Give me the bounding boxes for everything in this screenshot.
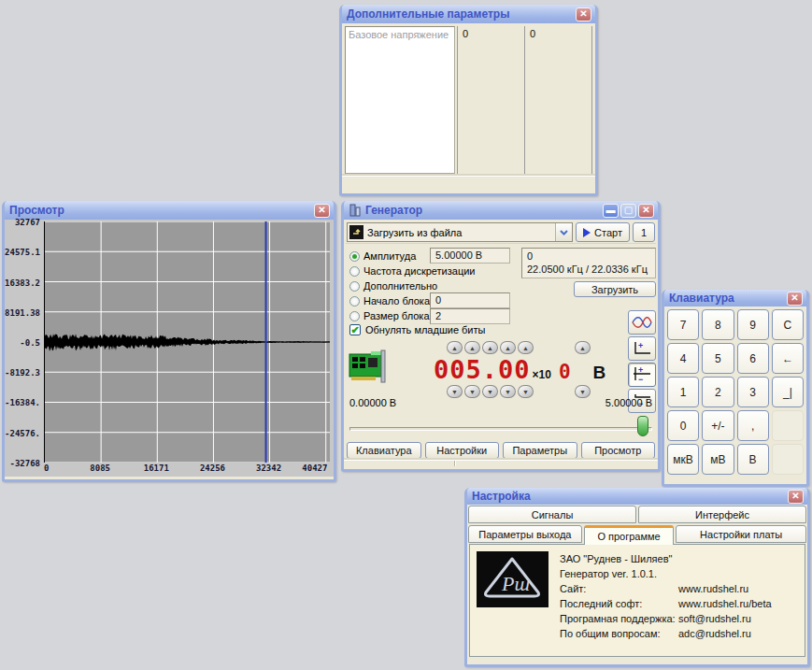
generator-client: Загрузить из файла Старт 1 АмплитудаЧаст…: [344, 220, 658, 466]
generator-bottom-buttons: КлавиатураНастройкиПараметрыПросмотр: [346, 442, 656, 459]
viewer-title: Просмотр: [9, 204, 64, 217]
amplitude-slider-track[interactable]: [349, 427, 652, 431]
keypad-key-8[interactable]: 8: [702, 309, 734, 340]
spinner-down-digit[interactable]: ▼: [447, 385, 463, 398]
plot-y-axis-labels: 3276724575.116383.28191.38-0.5-8192.3-16…: [5, 221, 43, 463]
keypad-key-6[interactable]: 6: [737, 343, 769, 374]
tab-Параметры выхода[interactable]: Параметры выхода: [468, 525, 582, 543]
keypad-key-3[interactable]: 3: [737, 377, 769, 407]
keypad-key-2[interactable]: 2: [702, 377, 734, 407]
spinner-up-digit[interactable]: ▲: [482, 341, 498, 354]
about-text: ЗАО "Руднев - Шиляев" Генератор ver. 1.0…: [560, 551, 798, 649]
spinner-down-digit[interactable]: ▼: [518, 385, 534, 398]
button-просмотр[interactable]: Просмотр: [581, 442, 656, 459]
keypad-key-мВ[interactable]: мВ: [702, 444, 734, 475]
keypad-key-_|[interactable]: _|: [772, 377, 804, 407]
amplitude-slider-thumb[interactable]: [637, 416, 648, 436]
keypad-key-+/-[interactable]: +/-: [702, 410, 734, 441]
minimize-icon[interactable]: ▬: [603, 204, 619, 218]
tab-Настройки платы[interactable]: Настройки платы: [676, 525, 806, 543]
about-value[interactable]: www.rudshel.ru/beta: [678, 598, 798, 609]
unipolar-positive-button[interactable]: +: [628, 336, 656, 361]
amplitude-digital-display: ▲▲▲▲▲▲ 005.00 ×10 0 В ▼▼▼▼▼▼: [434, 341, 624, 398]
button-параметры[interactable]: Параметры: [503, 442, 577, 459]
keypad-key-мкВ[interactable]: мкВ: [667, 444, 699, 475]
about-value[interactable]: adc@rudshel.ru: [678, 628, 798, 639]
spinner-down-exponent[interactable]: ▼: [575, 385, 591, 398]
y-tick-label: -32768: [9, 459, 40, 468]
close-icon[interactable]: ✕: [787, 292, 803, 306]
radio-label: Амплитуда: [363, 250, 416, 262]
extra-params-listbox[interactable]: Базовое напряжение: [345, 26, 455, 174]
about-contact-rows: Сайт:www.rudshel.ruПоследний софт:www.ru…: [560, 581, 798, 641]
amplitude-field[interactable]: 5.00000 В: [430, 248, 510, 264]
start-button-label: Старт: [594, 227, 622, 238]
maximize-icon[interactable]: ▢: [620, 204, 636, 218]
close-icon[interactable]: ✕: [576, 7, 591, 21]
block-start-field[interactable]: 0: [430, 292, 510, 308]
viewer-titlebar[interactable]: Просмотр ✕: [5, 201, 334, 220]
extra-params-titlebar[interactable]: Дополнительные параметры ✕: [342, 5, 595, 23]
axis-plus-icon: +: [632, 340, 652, 357]
block-size-field[interactable]: 2: [430, 308, 510, 324]
axis-plus-minus-icon: + −: [632, 365, 652, 384]
range-max-label: 5.00000 В: [605, 397, 652, 408]
close-icon[interactable]: ✕: [788, 490, 804, 504]
spinner-up-exponent[interactable]: ▲: [575, 341, 591, 354]
radio-label: Дополнительно: [363, 280, 437, 292]
about-label: Програмная поддержка:: [560, 613, 678, 624]
radio-1[interactable]: Частота дискретизации: [349, 264, 476, 278]
keypad-key-0[interactable]: 0: [667, 410, 699, 441]
keypad-blank: [772, 444, 804, 475]
spinner-up-digit[interactable]: ▲: [518, 341, 534, 354]
load-button[interactable]: Загрузить: [574, 281, 656, 297]
spinner-down-digit[interactable]: ▼: [464, 385, 480, 398]
keypad-key-←[interactable]: ←: [772, 343, 804, 374]
waveform-mode-button[interactable]: [628, 310, 656, 335]
keypad-key-1[interactable]: 1: [667, 377, 699, 407]
list-item[interactable]: Базовое напряжение: [349, 29, 451, 40]
digit-down-spinners: ▼▼▼▼▼▼: [434, 385, 624, 398]
zero-lsb-checkbox[interactable]: ✔ Обнулять младшие биты: [349, 324, 485, 335]
about-value[interactable]: soft@rudshel.ru: [678, 613, 798, 624]
channel-button[interactable]: 1: [633, 222, 655, 242]
svg-text:+: +: [638, 365, 643, 375]
keypad-key-5[interactable]: 5: [702, 343, 734, 374]
chevron-down-icon[interactable]: [555, 223, 572, 241]
signal-source-combobox[interactable]: Загрузить из файла: [347, 222, 573, 242]
close-icon[interactable]: ✕: [638, 204, 654, 218]
combobox-value: Загрузить из файла: [367, 227, 462, 238]
spinner-down-digit[interactable]: ▼: [482, 385, 498, 398]
start-button[interactable]: Старт: [576, 222, 630, 242]
keypad-key-В[interactable]: В: [737, 444, 769, 475]
keypad-key-C[interactable]: C: [772, 309, 804, 340]
radio-label: Частота дискретизации: [363, 265, 476, 277]
bipolar-mode-button[interactable]: + −: [628, 363, 656, 387]
spinner-up-digit[interactable]: ▲: [500, 341, 516, 354]
tab-Интерфейс[interactable]: Интерфейс: [638, 506, 806, 523]
close-icon[interactable]: ✕: [314, 204, 330, 218]
about-row: Програмная поддержка:soft@rudshel.ru: [560, 611, 798, 626]
extra-param-col-2[interactable]: 0: [524, 26, 592, 174]
keyboard-titlebar[interactable]: Клавиатура ✕: [664, 290, 806, 306]
about-value[interactable]: www.rudshel.ru: [678, 583, 798, 594]
keypad-key-4[interactable]: 4: [667, 343, 699, 374]
keypad-key-9[interactable]: 9: [737, 309, 769, 340]
button-настройки[interactable]: Настройки: [425, 442, 500, 459]
tab-Сигналы[interactable]: Сигналы: [468, 506, 636, 523]
digit-up-spinners: ▲▲▲▲▲▲: [434, 341, 624, 354]
about-row: По общим вопросам:adc@rudshel.ru: [560, 626, 798, 641]
waveform-plot[interactable]: [44, 221, 330, 463]
generator-titlebar[interactable]: Генератор ▬ ▢ ✕: [344, 201, 658, 220]
extra-param-col-1[interactable]: 0: [457, 26, 524, 174]
radio-2[interactable]: Дополнительно: [349, 278, 476, 293]
spinner-up-digit[interactable]: ▲: [464, 341, 480, 354]
spinner-down-digit[interactable]: ▼: [500, 385, 516, 398]
radio-label: Начало блока: [363, 295, 430, 306]
button-клавиатура[interactable]: Клавиатура: [347, 442, 421, 459]
tab-О программе[interactable]: О программе: [584, 525, 675, 545]
keypad-key-7[interactable]: 7: [667, 309, 699, 340]
keypad-key-,[interactable]: ,: [737, 410, 769, 441]
spinner-up-digit[interactable]: ▲: [447, 341, 463, 354]
settings-titlebar[interactable]: Настройка ✕: [467, 488, 807, 505]
